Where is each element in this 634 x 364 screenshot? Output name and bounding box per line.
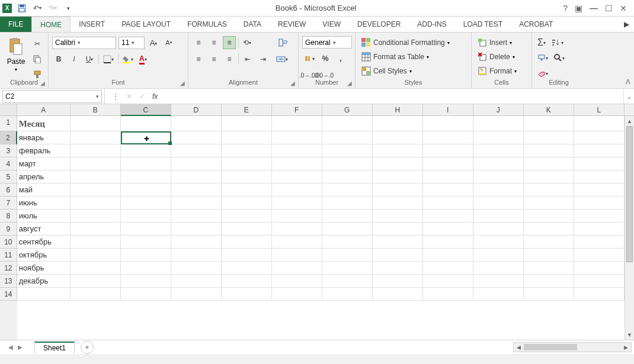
cell[interactable] (373, 288, 423, 301)
cell[interactable] (121, 275, 171, 288)
cell[interactable] (423, 170, 473, 183)
format-as-table-button[interactable]: Format as Table▾ (359, 50, 452, 63)
row-header[interactable]: 11 (0, 249, 17, 262)
row-header[interactable]: 12 (0, 262, 17, 275)
cell[interactable] (222, 131, 272, 144)
cell[interactable] (473, 275, 524, 288)
cell[interactable]: май (17, 183, 71, 197)
cell[interactable] (171, 144, 222, 157)
cell[interactable] (524, 131, 574, 144)
cell[interactable] (373, 144, 423, 157)
cell[interactable] (272, 197, 322, 210)
cell[interactable] (524, 144, 574, 157)
cell[interactable] (373, 183, 423, 197)
tab-acrobat[interactable]: ACROBAT (511, 17, 561, 32)
cell[interactable] (272, 157, 322, 170)
conditional-formatting-button[interactable]: Conditional Formatting▾ (359, 36, 452, 49)
select-all-corner[interactable] (0, 104, 17, 116)
qat-customize-icon[interactable]: ▾ (63, 3, 73, 14)
cell[interactable] (423, 262, 473, 275)
cell[interactable] (71, 170, 121, 183)
cell[interactable] (373, 116, 423, 131)
cell[interactable] (524, 262, 574, 275)
name-box[interactable]: C2▾ (2, 90, 102, 103)
cell[interactable] (171, 262, 222, 275)
increase-font-icon[interactable]: A▴ (147, 36, 160, 49)
cell[interactable] (171, 223, 222, 236)
row-header[interactable]: 1 (0, 116, 17, 131)
cell[interactable] (322, 144, 373, 157)
cell[interactable] (423, 210, 473, 223)
column-header[interactable]: F (272, 104, 322, 116)
cell[interactable] (473, 288, 524, 301)
cell[interactable]: апрель (17, 170, 71, 183)
insert-cells-button[interactable]: Insert▾ (475, 36, 519, 49)
row-header[interactable]: 14 (0, 288, 17, 301)
close-icon[interactable]: ✕ (620, 4, 627, 13)
cell[interactable] (121, 170, 171, 183)
cell[interactable]: декабрь (17, 275, 71, 288)
cell[interactable] (171, 275, 222, 288)
tab-data[interactable]: DATA (235, 17, 270, 32)
cell[interactable] (574, 236, 625, 249)
cell[interactable] (71, 183, 121, 197)
cell[interactable] (272, 210, 322, 223)
cell[interactable] (222, 288, 272, 301)
cell[interactable] (574, 144, 625, 157)
cell[interactable] (473, 249, 524, 262)
fill-color-button[interactable]: ▾ (121, 53, 135, 66)
cell[interactable] (423, 223, 473, 236)
cell[interactable] (322, 288, 373, 301)
row-header[interactable]: 8 (0, 210, 17, 223)
number-format-combo[interactable]: General▾ (302, 36, 352, 49)
row-header[interactable]: 9 (0, 223, 17, 236)
cell[interactable] (322, 131, 373, 144)
align-center-icon[interactable]: ≡ (207, 53, 220, 66)
cell[interactable] (524, 116, 574, 131)
new-sheet-icon[interactable]: + (81, 341, 94, 354)
cell[interactable] (272, 236, 322, 249)
cell[interactable] (373, 170, 423, 183)
column-header[interactable]: D (171, 104, 222, 116)
formula-options-icon[interactable]: ⋮ (108, 92, 123, 101)
cell[interactable] (574, 288, 625, 301)
row-header[interactable]: 6 (0, 183, 17, 197)
cell[interactable] (373, 275, 423, 288)
tab-view[interactable]: VIEW (314, 17, 349, 32)
vertical-scrollbar[interactable]: ▲ ▼ (625, 116, 634, 340)
tab-home[interactable]: HOME (31, 17, 71, 32)
cell[interactable] (524, 170, 574, 183)
cell[interactable] (71, 236, 121, 249)
row-header[interactable]: 2 (0, 131, 17, 144)
underline-button[interactable]: U▾ (83, 53, 96, 66)
cell[interactable] (524, 157, 574, 170)
cell[interactable] (171, 288, 222, 301)
collapse-ribbon-icon[interactable]: ᐱ (626, 78, 630, 86)
cell[interactable] (71, 157, 121, 170)
cell[interactable] (373, 236, 423, 249)
cell[interactable] (272, 131, 322, 144)
cell[interactable] (71, 275, 121, 288)
cell[interactable] (423, 288, 473, 301)
cell[interactable] (423, 144, 473, 157)
cell[interactable] (423, 197, 473, 210)
tabs-scroll-right-icon[interactable]: ▶ (619, 17, 634, 32)
cell[interactable] (121, 210, 171, 223)
cell[interactable] (222, 262, 272, 275)
accounting-format-icon[interactable]: ▾ (302, 52, 316, 65)
cell[interactable] (171, 183, 222, 197)
scroll-up-icon[interactable]: ▲ (625, 116, 634, 126)
cell[interactable]: июль (17, 210, 71, 223)
font-color-button[interactable]: A▾ (137, 53, 149, 66)
align-right-icon[interactable]: ≡ (223, 53, 236, 66)
orientation-icon[interactable]: ⟲▾ (241, 36, 253, 49)
cell[interactable] (121, 183, 171, 197)
number-dialog-launcher[interactable]: ◢ (345, 79, 354, 87)
align-left-icon[interactable]: ≡ (192, 53, 205, 66)
cell[interactable] (373, 262, 423, 275)
cell[interactable] (272, 275, 322, 288)
tab-formulas[interactable]: FORMULAS (179, 17, 235, 32)
cell[interactable]: октябрь (17, 249, 71, 262)
sheet-nav-next-icon[interactable]: ▶ (15, 344, 25, 350)
cell[interactable] (222, 144, 272, 157)
